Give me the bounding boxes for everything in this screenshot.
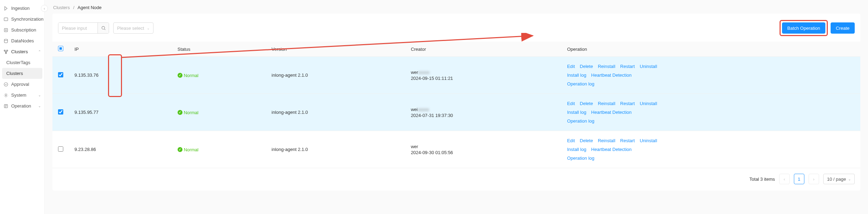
sidebar-item-label: DataNodes (11, 38, 34, 43)
op-install-log[interactable]: Install log (567, 147, 586, 152)
sidebar-item-label: Ingestion (11, 6, 30, 11)
cell-ip: 9.23.28.86 (69, 131, 172, 168)
chevron-down-icon: ⌄ (848, 177, 851, 181)
chevron-down-icon: ⌄ (38, 104, 41, 108)
op-uninstall[interactable]: Uninstall (640, 101, 657, 106)
ingestion-icon (3, 6, 8, 11)
pagination-next[interactable]: › (809, 174, 819, 184)
op-edit[interactable]: Edit (567, 101, 575, 106)
select-all-checkbox[interactable] (58, 46, 63, 51)
row-checkbox[interactable] (58, 109, 63, 115)
agent-table: IP Status Version Creator Operation 9.13… (52, 42, 860, 168)
op-uninstall[interactable]: Uninstall (640, 138, 657, 143)
check-circle-icon: ✓ (178, 147, 182, 152)
cell-creator: werxxxxx 2024-09-15 01:11:21 (405, 57, 561, 94)
pagination-prev[interactable]: ‹ (779, 174, 790, 184)
cell-operation: Edit Delete Reinstall Restart Uninstall … (561, 94, 860, 131)
chevron-down-icon: ⌄ (147, 26, 150, 30)
sidebar-item-approval[interactable]: Approval (0, 79, 44, 90)
row-checkbox[interactable] (58, 72, 63, 77)
content-card: Please select ⌄ Batch Operation Create I… (52, 14, 860, 191)
clusters-icon (3, 49, 8, 54)
svg-point-7 (5, 95, 7, 96)
sidebar-item-label: Approval (11, 82, 29, 87)
op-restart[interactable]: Restart (620, 64, 635, 69)
sidebar-item-subscription[interactable]: Subscription (0, 25, 44, 35)
op-edit[interactable]: Edit (567, 64, 575, 69)
create-button[interactable]: Create (831, 22, 855, 34)
operation-icon (3, 104, 8, 109)
pagination-page-1[interactable]: 1 (794, 174, 804, 184)
search-button[interactable] (98, 23, 109, 33)
sidebar-item-synchronization[interactable]: Synchronization (0, 14, 44, 25)
sidebar-subitem-clusters[interactable]: Clusters (2, 68, 42, 79)
op-operation-log[interactable]: Operation log (567, 118, 594, 124)
search-icon (101, 26, 106, 30)
op-edit[interactable]: Edit (567, 138, 575, 143)
col-ip: IP (69, 42, 172, 57)
check-circle-icon: ✓ (178, 73, 182, 78)
cell-status: ✓ Normal (172, 57, 266, 94)
batch-highlight: Batch Operation (780, 20, 828, 36)
op-restart[interactable]: Restart (620, 101, 635, 106)
table-row: 9.23.28.86 ✓ Normal inlong-agent 2.1.0 w… (52, 131, 860, 168)
cell-ip: 9.135.95.77 (69, 94, 172, 131)
sidebar: ‹ Ingestion Synchronization Subscription… (0, 0, 45, 214)
sidebar-item-operation[interactable]: Operation ⌄ (0, 101, 44, 111)
status-badge: ✓ Normal (178, 110, 199, 115)
op-install-log[interactable]: Install log (567, 73, 586, 78)
sidebar-collapse-button[interactable]: ‹ (41, 5, 48, 12)
table-row: 9.135.33.76 ✓ Normal inlong-agent 2.1.0 … (52, 57, 860, 94)
table-row: 9.135.95.77 ✓ Normal inlong-agent 2.1.0 … (52, 94, 860, 131)
breadcrumb-current: Agent Node (78, 5, 102, 10)
cell-status: ✓ Normal (172, 131, 266, 168)
toolbar: Please select ⌄ Batch Operation Create (52, 20, 860, 42)
op-heartbeat[interactable]: Heartbeat Detection (591, 110, 632, 115)
op-operation-log[interactable]: Operation log (567, 156, 594, 161)
op-restart[interactable]: Restart (620, 138, 635, 143)
row-checkbox[interactable] (58, 146, 63, 152)
op-delete[interactable]: Delete (580, 64, 593, 69)
sidebar-subitem-clustertags[interactable]: ClusterTags (0, 57, 44, 68)
sidebar-item-label: Subscription (11, 27, 36, 33)
pagination-size-label: 10 / page (827, 177, 846, 182)
cell-operation: Edit Delete Reinstall Restart Uninstall … (561, 131, 860, 168)
cell-creator: weixxxxx 2024-07-31 19:37:30 (405, 94, 561, 131)
svg-rect-1 (4, 28, 7, 32)
batch-operation-button[interactable]: Batch Operation (782, 22, 825, 34)
op-operation-log[interactable]: Operation log (567, 81, 594, 87)
sidebar-item-clusters[interactable]: Clusters ⌃ (0, 46, 44, 57)
op-install-log[interactable]: Install log (567, 110, 586, 115)
op-heartbeat[interactable]: Heartbeat Detection (591, 147, 632, 152)
op-reinstall[interactable]: Reinstall (598, 64, 615, 69)
sidebar-item-system[interactable]: System ⌄ (0, 90, 44, 101)
sidebar-item-label: Synchronization (11, 16, 44, 22)
op-reinstall[interactable]: Reinstall (598, 101, 615, 106)
cell-version: inlong-agent 2.1.0 (266, 131, 405, 168)
op-uninstall[interactable]: Uninstall (640, 64, 657, 69)
svg-point-5 (5, 52, 7, 54)
cell-version: inlong-agent 2.1.0 (266, 57, 405, 94)
pagination-size-select[interactable]: 10 / page ⌄ (823, 174, 855, 184)
op-reinstall[interactable]: Reinstall (598, 138, 615, 143)
breadcrumb-sep: / (73, 5, 74, 10)
op-heartbeat[interactable]: Heartbeat Detection (591, 73, 632, 78)
select-placeholder: Please select (117, 26, 144, 31)
op-delete[interactable]: Delete (580, 138, 593, 143)
svg-point-9 (102, 26, 105, 29)
filter-select[interactable]: Please select ⌄ (113, 22, 153, 34)
breadcrumb: Clusters / Agent Node (45, 0, 868, 14)
breadcrumb-parent[interactable]: Clusters (53, 5, 70, 10)
sidebar-item-datanodes[interactable]: DataNodes (0, 35, 44, 46)
system-icon (3, 93, 8, 98)
cell-status: ✓ Normal (172, 94, 266, 131)
sidebar-item-ingestion[interactable]: Ingestion (0, 3, 44, 14)
search-input[interactable] (58, 23, 98, 33)
chevron-down-icon: ⌄ (38, 93, 41, 97)
status-badge: ✓ Normal (178, 147, 199, 152)
main-content: Clusters / Agent Node Please select ⌄ Ba (45, 0, 868, 214)
svg-point-2 (4, 39, 7, 40)
op-delete[interactable]: Delete (580, 101, 593, 106)
sync-icon (3, 17, 8, 22)
chevron-up-icon: ⌃ (38, 50, 41, 54)
